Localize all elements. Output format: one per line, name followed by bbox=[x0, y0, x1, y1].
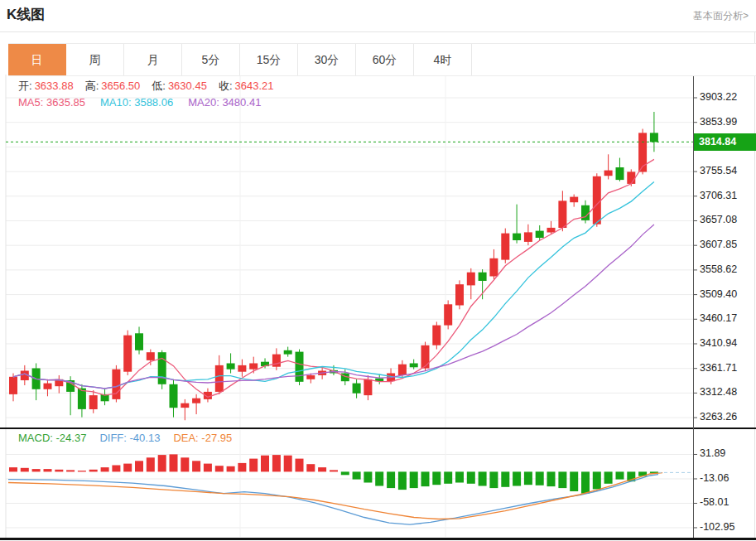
low-label: 低: bbox=[152, 80, 166, 92]
tab-15min[interactable]: 15分 bbox=[240, 44, 298, 75]
macd-legend: MACD: -24.37DIFF: -40.13DEA: -27.95 bbox=[18, 432, 232, 444]
period-tabbar: 日 周 月 5分 15分 30分 60分 4时 bbox=[8, 43, 756, 76]
close-label: 收: bbox=[219, 80, 233, 92]
kline-widget: K线图 基本面分析> 日 周 月 5分 15分 30分 60分 4时 开:363… bbox=[0, 0, 756, 541]
tab-30min[interactable]: 30分 bbox=[298, 44, 356, 75]
open-label: 开: bbox=[18, 80, 32, 92]
low-value: 3630.45 bbox=[168, 80, 207, 92]
ohlc-legend: 开:3633.88高:3656.50低:3630.45收:3643.21 bbox=[18, 79, 286, 94]
tab-daily[interactable]: 日 bbox=[8, 44, 66, 75]
macd-histogram bbox=[9, 454, 658, 493]
current-price-badge: 3814.84 bbox=[694, 133, 756, 151]
macd-value: MACD: -24.37 bbox=[18, 432, 86, 444]
ma20-legend: MA20: 3480.41 bbox=[188, 96, 261, 109]
main-gridlines bbox=[6, 75, 697, 427]
macd-lines bbox=[8, 472, 693, 524]
tab-monthly[interactable]: 月 bbox=[124, 44, 182, 75]
tab-5min[interactable]: 5分 bbox=[182, 44, 240, 75]
high-label: 高: bbox=[85, 80, 99, 92]
diff-value: DIFF: -40.13 bbox=[99, 432, 160, 444]
close-value: 3643.21 bbox=[235, 80, 274, 92]
ma5-legend: MA5: 3635.85 bbox=[18, 96, 85, 109]
candles bbox=[9, 112, 658, 420]
ma-lines bbox=[13, 159, 654, 397]
tab-weekly[interactable]: 周 bbox=[66, 44, 124, 75]
tab-60min[interactable]: 60分 bbox=[356, 44, 414, 75]
dea-value: DEA: -27.95 bbox=[173, 432, 232, 444]
ma-legend: MA5: 3635.85MA10: 3588.06MA20: 3480.41 bbox=[18, 96, 276, 109]
ma10-legend: MA10: 3588.06 bbox=[100, 96, 173, 109]
tab-4hour[interactable]: 4时 bbox=[414, 44, 472, 75]
high-value: 3656.50 bbox=[101, 80, 140, 92]
open-value: 3633.88 bbox=[35, 80, 74, 92]
